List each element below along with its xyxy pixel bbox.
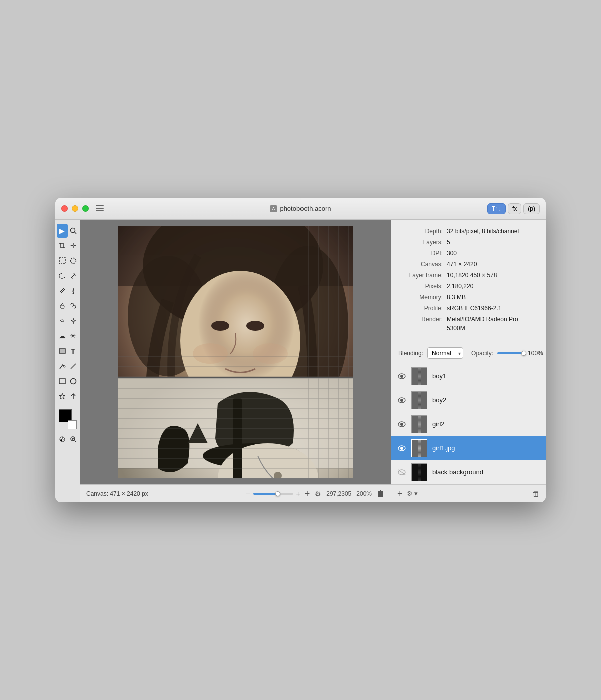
layer-item-boy1[interactable]: boy1 xyxy=(391,364,546,388)
zoom-out-button[interactable]: − xyxy=(246,490,250,498)
svg-point-35 xyxy=(193,343,228,364)
star-tool[interactable] xyxy=(57,389,68,403)
arrow-up-tool[interactable] xyxy=(68,389,79,403)
swap-colors-tool[interactable] xyxy=(57,432,68,446)
layer-item-black-bg[interactable]: black background xyxy=(391,460,546,484)
depth-label: Depth: xyxy=(399,227,447,236)
p-button[interactable]: (p) xyxy=(523,203,540,214)
zoom-in-button[interactable]: + xyxy=(296,490,300,498)
opacity-value: 100% xyxy=(528,349,543,357)
zoom-control: − + xyxy=(246,490,300,498)
layers-count-label: Layers: xyxy=(399,238,447,247)
zoom-slider[interactable] xyxy=(253,493,293,495)
rect-outline-tool[interactable] xyxy=(57,374,68,388)
minimize-button[interactable] xyxy=(72,205,78,212)
svg-point-10 xyxy=(73,305,76,308)
canvas-container[interactable] xyxy=(80,220,391,484)
layer-name-black-bg: black background xyxy=(432,468,540,476)
info-row-canvas: Canvas: 471 × 2420 xyxy=(399,260,538,269)
layers-count-value: 5 xyxy=(447,238,450,247)
blending-select[interactable]: Normal Multiply Screen Overlay xyxy=(427,347,463,359)
layer-eye-girl1[interactable] xyxy=(397,444,406,453)
text-tool[interactable]: T xyxy=(68,344,79,358)
background-color[interactable] xyxy=(68,420,77,429)
bucket-tool[interactable] xyxy=(57,299,68,313)
svg-rect-41 xyxy=(233,398,242,478)
brightness-tool[interactable]: ☀ xyxy=(68,329,79,343)
tools-button[interactable]: T↑↓ xyxy=(487,203,506,214)
tool-row-3 xyxy=(57,254,79,268)
svg-point-6 xyxy=(70,258,76,264)
girl-portrait-image xyxy=(118,226,353,377)
line-tool[interactable] xyxy=(68,359,79,373)
maximize-button[interactable] xyxy=(82,205,89,212)
smudge-tool[interactable] xyxy=(57,314,68,328)
layer-eye-girl2[interactable] xyxy=(397,420,406,429)
rect-shape-tool[interactable] xyxy=(57,344,68,358)
zoom-tool-2[interactable] xyxy=(68,432,79,446)
zoom-level: 200% xyxy=(356,490,372,497)
layer-settings-button[interactable]: ⚙ xyxy=(315,490,321,498)
layer-item-boy2[interactable]: boy2 xyxy=(391,388,546,412)
zoom-thumb[interactable] xyxy=(275,491,280,496)
layer-eye-boy2[interactable] xyxy=(397,396,406,405)
tool-row-5 xyxy=(57,284,79,298)
file-icon: A xyxy=(270,205,277,212)
delete-layer-toolbar-button[interactable]: 🗑 xyxy=(532,489,540,498)
svg-rect-0 xyxy=(96,205,104,206)
coordinates-display: 297,2305 xyxy=(326,490,351,497)
fx-button[interactable]: fx xyxy=(508,203,521,214)
canvas-area[interactable]: Canvas: 471 × 2420 px − + + ⚙ 297,2305 2… xyxy=(80,220,391,502)
ellipse-select-tool[interactable] xyxy=(68,254,79,268)
pen-tool[interactable] xyxy=(57,284,68,298)
layer-frame-value: 10,1820 450 × 578 xyxy=(447,271,497,280)
main-content: ▶ ✛ xyxy=(55,220,546,502)
layer-item-girl1[interactable]: girl1.jpg xyxy=(391,436,546,460)
window-title: A photobooth.acorn xyxy=(270,205,331,212)
svg-point-53 xyxy=(400,447,403,450)
select-tool[interactable]: ▶ xyxy=(57,224,68,238)
tool-row-1: ▶ xyxy=(57,224,79,238)
paint-tool[interactable] xyxy=(68,284,79,298)
tool-row-11 xyxy=(57,374,79,388)
memory-label: Memory: xyxy=(399,293,447,302)
crop-tool[interactable] xyxy=(57,239,68,253)
tool-row-9: T xyxy=(57,344,79,358)
svg-rect-2 xyxy=(96,210,104,211)
info-row-profile: Profile: sRGB IEC61966-2.1 xyxy=(399,304,538,313)
sparkle-tool[interactable] xyxy=(68,314,79,328)
delete-layer-button[interactable]: 🗑 xyxy=(377,489,385,498)
opacity-slider[interactable] xyxy=(497,352,525,354)
layer-frame-label: Layer frame: xyxy=(399,271,447,280)
info-row-dpi: DPI: 300 xyxy=(399,249,538,258)
lasso-tool[interactable] xyxy=(57,269,68,283)
svg-point-51 xyxy=(400,423,403,426)
traffic-lights xyxy=(61,205,89,212)
zoom-tool[interactable] xyxy=(68,224,79,238)
ellipse-outline-tool[interactable] xyxy=(68,374,79,388)
blending-select-wrapper: Normal Multiply Screen Overlay xyxy=(427,347,463,359)
svg-point-7 xyxy=(72,293,74,294)
vector-pen-tool[interactable] xyxy=(57,359,68,373)
left-toolbar: ▶ ✛ xyxy=(55,220,80,502)
status-bar: Canvas: 471 × 2420 px − + + ⚙ 297,2305 2… xyxy=(80,484,391,502)
opacity-thumb[interactable] xyxy=(521,351,526,356)
layer-options-button[interactable]: ⚙ ▾ xyxy=(407,490,418,497)
clone-tool[interactable] xyxy=(68,299,79,313)
layer-eye-black-bg[interactable] xyxy=(397,468,406,477)
svg-point-32 xyxy=(246,321,264,331)
close-button[interactable] xyxy=(61,205,68,212)
sidebar-toggle-button[interactable] xyxy=(95,204,105,214)
rect-select-tool[interactable] xyxy=(57,254,68,268)
main-window: A photobooth.acorn T↑↓ fx (p) ▶ xyxy=(55,198,546,502)
layer-item-girl2[interactable]: girl2 xyxy=(391,412,546,436)
pixels-value: 2,180,220 xyxy=(447,282,473,291)
transform-tool[interactable]: ✛ xyxy=(68,239,79,253)
cloud-tool[interactable]: ☁ xyxy=(57,329,68,343)
add-layer-button[interactable]: + xyxy=(305,489,310,498)
layer-thumbnail-girl1 xyxy=(411,439,427,457)
magic-select-tool[interactable] xyxy=(68,269,79,283)
layer-eye-boy1[interactable] xyxy=(397,372,406,381)
add-layer-toolbar-button[interactable]: + xyxy=(397,489,403,498)
memory-value: 8.3 MB xyxy=(447,293,466,302)
